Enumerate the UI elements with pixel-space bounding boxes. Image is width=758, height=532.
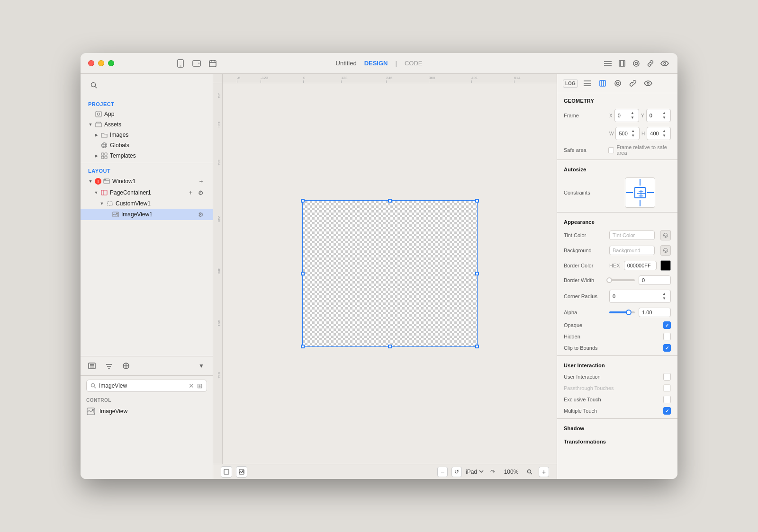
sidebar-item-window1[interactable]: ▼ ! Window1 ＋ [81, 176, 213, 187]
canvas-inner[interactable] [223, 83, 557, 464]
link-rp-tab[interactable] [627, 78, 639, 89]
safe-area-checkbox[interactable] [608, 147, 614, 153]
alpha-slider[interactable] [609, 308, 671, 317]
zoom-in-button[interactable]: + [539, 467, 549, 477]
w-stepper[interactable]: ▲ ▼ [630, 129, 636, 138]
iv-settings-button[interactable]: ⚙ [197, 210, 205, 219]
close-button[interactable] [88, 60, 94, 66]
code-tab[interactable]: CODE [405, 60, 423, 67]
eye-icon[interactable] [659, 58, 670, 69]
background-input[interactable]: Background [609, 246, 655, 255]
h-input[interactable]: ▲ ▼ [647, 127, 671, 140]
handle-bottom-center[interactable] [388, 345, 392, 348]
image-tool-button[interactable] [236, 466, 247, 478]
border-color-swatch[interactable] [660, 260, 671, 271]
h-stepper[interactable]: ▲ ▼ [661, 129, 668, 138]
ui-checkbox[interactable] [663, 373, 671, 381]
calendar-icon[interactable] [208, 58, 218, 69]
passthrough-checkbox[interactable] [663, 384, 671, 392]
y-down-btn[interactable]: ▼ [661, 115, 668, 120]
corner-radius-stepper[interactable]: ▲ ▼ [661, 292, 668, 301]
border-width-input[interactable] [639, 275, 671, 285]
pc-add-button[interactable]: ＋ [186, 188, 195, 197]
add-button[interactable]: ＋ [197, 177, 205, 186]
frame-icon[interactable] [617, 58, 627, 69]
style-tab[interactable] [612, 78, 623, 89]
y-field[interactable] [650, 113, 659, 118]
tint-color-input[interactable]: Tint Color [609, 231, 655, 240]
w-up-btn[interactable]: ▲ [630, 129, 636, 133]
sidebar-item-imageview1[interactable]: ImageView1 ⚙ [81, 209, 213, 220]
x-field[interactable] [618, 113, 627, 118]
border-color-field[interactable] [627, 263, 653, 268]
w-field[interactable] [619, 131, 628, 136]
corner-radius-input[interactable]: ▲ ▼ [609, 290, 671, 303]
y-up-btn[interactable]: ▲ [661, 111, 668, 115]
list-view-tab[interactable] [86, 360, 98, 372]
x-up-btn[interactable]: ▲ [629, 111, 636, 115]
sidebar-item-customview1[interactable]: ▼ CustomView1 [81, 198, 213, 209]
preview-icon[interactable] [631, 58, 641, 69]
refresh-button[interactable]: ↺ [451, 467, 462, 477]
background-color-picker[interactable] [660, 245, 671, 256]
handle-middle-left[interactable] [301, 272, 305, 275]
opaque-checkbox[interactable]: ✓ [663, 321, 671, 329]
w-input[interactable]: ▲ ▼ [615, 127, 640, 140]
handle-bottom-right[interactable] [475, 345, 479, 348]
h-down-btn[interactable]: ▼ [661, 133, 668, 138]
hierarchy-tab[interactable] [582, 78, 593, 89]
search-button[interactable] [88, 80, 99, 91]
frame-tool-button[interactable] [221, 466, 232, 478]
multiple-checkbox[interactable]: ✓ [663, 407, 671, 415]
handle-bottom-left[interactable] [301, 345, 305, 348]
zoom-out-button[interactable]: − [437, 467, 448, 477]
handle-middle-right[interactable] [475, 272, 479, 275]
filter-tab[interactable] [103, 360, 115, 372]
device-selector[interactable]: iPad [466, 469, 484, 475]
cr-down-btn[interactable]: ▼ [661, 296, 668, 301]
sidebar-item-assets[interactable]: ▼ Assets [81, 119, 213, 130]
border-width-field[interactable] [642, 277, 656, 283]
cr-up-btn[interactable]: ▲ [661, 292, 668, 296]
x-down-btn[interactable]: ▼ [629, 115, 636, 120]
sidebar-item-globals[interactable]: Globals [81, 140, 213, 151]
eye-rp-tab[interactable] [642, 78, 654, 89]
sidebar-item-pagecontainer1[interactable]: ▼ PageContainer1 ＋ ⚙ [81, 187, 213, 198]
h-field[interactable] [650, 131, 659, 136]
maximize-button[interactable] [108, 60, 114, 66]
alpha-input[interactable] [639, 308, 671, 317]
h-up-btn[interactable]: ▲ [661, 129, 668, 133]
link-icon[interactable] [645, 58, 656, 69]
clip-checkbox[interactable]: ✓ [663, 344, 671, 352]
search-input[interactable] [99, 382, 186, 389]
exclusive-checkbox[interactable] [663, 396, 671, 403]
border-width-slider[interactable] [609, 275, 671, 285]
minimize-button[interactable] [98, 60, 104, 66]
sidebar-item-templates[interactable]: ▶ Templates [81, 151, 213, 161]
grid-toggle-button[interactable]: ⊞ [197, 382, 203, 390]
pc-settings-button[interactable]: ⚙ [197, 188, 205, 197]
handle-top-left[interactable] [301, 199, 305, 203]
alpha-field[interactable] [642, 310, 658, 315]
sidebar-item-app[interactable]: App [81, 109, 213, 119]
phone-icon[interactable] [175, 58, 186, 69]
log-button[interactable]: LOG [563, 80, 578, 88]
w-down-btn[interactable]: ▼ [630, 133, 636, 138]
chevron-down-panel[interactable]: ▼ [196, 360, 207, 372]
device-rotate-button[interactable]: ↷ [487, 467, 498, 477]
tint-color-picker[interactable] [660, 230, 671, 240]
design-tab[interactable]: DESIGN [364, 60, 388, 67]
list-icon[interactable] [603, 58, 613, 69]
y-input[interactable]: ▲ ▼ [646, 109, 671, 122]
constraints-widget[interactable] [625, 177, 655, 208]
handle-top-center[interactable] [388, 199, 392, 203]
x-stepper[interactable]: ▲ ▼ [629, 111, 636, 120]
frame-tab[interactable] [597, 78, 608, 89]
search-canvas-button[interactable] [524, 467, 535, 477]
border-color-input[interactable] [624, 261, 657, 270]
control-imageview-item[interactable]: ImageView [86, 405, 207, 418]
corner-radius-field[interactable] [613, 293, 659, 299]
handle-top-right[interactable] [475, 199, 479, 203]
imageview-canvas[interactable] [302, 200, 478, 347]
y-stepper[interactable]: ▲ ▼ [661, 111, 668, 120]
